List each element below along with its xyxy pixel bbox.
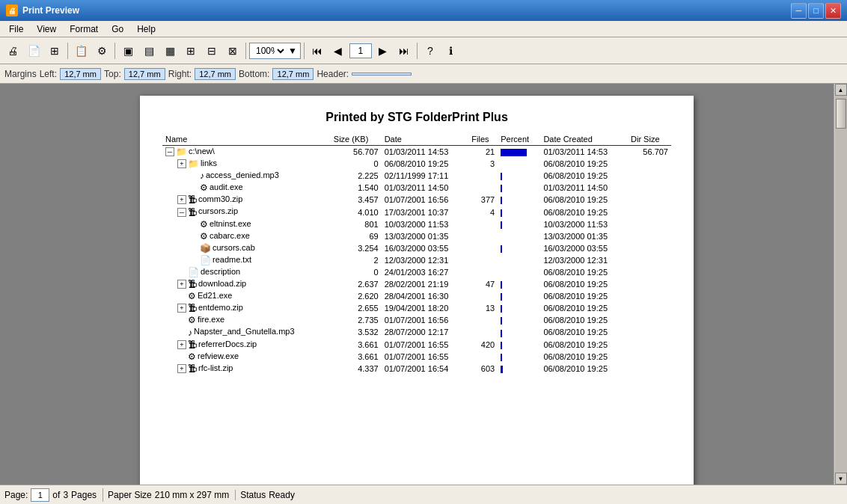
file-icon: ⚙ [188, 315, 196, 325]
vertical-scrollbar[interactable]: ▲ ▼ [834, 84, 847, 485]
table-row: ⚙refview.exe3.66101/07/2001 16:5506/08/2… [162, 351, 671, 363]
file-name: cursors.cab [212, 243, 255, 252]
scroll-down-button[interactable]: ▼ [835, 473, 847, 485]
files-cell: 21 [468, 146, 498, 159]
total-pages: 3 [63, 490, 68, 500]
quick-print-button[interactable]: 📄 [24, 41, 43, 61]
view-4page[interactable]: ⊞ [181, 41, 201, 61]
status-label: Status [240, 490, 266, 500]
page-number-input[interactable] [349, 43, 372, 58]
header-value[interactable] [352, 73, 412, 76]
collapse-icon[interactable]: ─ [165, 147, 174, 156]
options-button[interactable]: ⚙ [92, 41, 111, 61]
dir-size-cell [628, 158, 671, 170]
percent-bar [501, 317, 502, 325]
copy-button[interactable]: 📋 [71, 41, 91, 61]
help-button[interactable]: ? [421, 41, 440, 61]
minimize-button[interactable]: ─ [791, 3, 807, 19]
expand-icon[interactable]: + [177, 195, 186, 204]
paper-size-section: Paper Size 210 mm x 297 mm [108, 490, 236, 500]
table-row: +🗜comm30.zip3.45701/07/2001 16:5637706/0… [162, 194, 671, 206]
menu-view[interactable]: View [31, 22, 62, 36]
dir-size-cell [628, 170, 671, 182]
left-value[interactable]: 12,7 mm [60, 68, 101, 80]
date-created-cell: 06/08/2010 19:25 [540, 290, 628, 302]
percent-cell [498, 182, 540, 194]
scroll-track[interactable] [835, 96, 847, 473]
menu-format[interactable]: Format [64, 22, 104, 36]
percent-cell [498, 314, 540, 326]
percent-cell [498, 170, 540, 182]
table-row: +🗜entdemo.zip2.65519/04/2001 18:201306/0… [162, 302, 671, 314]
view-1page[interactable]: ▣ [118, 41, 138, 61]
statusbar: Page: of 3 Pages Paper Size 210 mm x 297… [0, 485, 847, 504]
files-cell: 377 [468, 194, 498, 206]
close-button[interactable]: ✕ [825, 3, 841, 19]
about-button[interactable]: ℹ [441, 41, 461, 61]
scroll-up-button[interactable]: ▲ [835, 84, 847, 96]
percent-cell [498, 242, 540, 254]
percent-cell [498, 146, 540, 159]
page-setup-button[interactable]: ⊞ [45, 41, 64, 61]
date-cell: 28/07/2000 12:17 [382, 326, 469, 338]
percent-cell [498, 290, 540, 302]
percent-cell [498, 254, 540, 266]
print-button[interactable]: 🖨 [3, 41, 22, 61]
date-cell: 01/03/2011 14:50 [382, 182, 469, 194]
file-icon: ♪ [200, 170, 204, 181]
expand-icon[interactable]: + [177, 159, 186, 168]
file-name-cell: ⚙eltninst.exe [162, 218, 331, 230]
files-cell [468, 254, 498, 266]
table-row: ♪access_denied.mp32.22502/11/1999 17:110… [162, 170, 671, 182]
files-cell [468, 182, 498, 194]
menu-help[interactable]: Help [131, 22, 162, 36]
percent-bar [501, 342, 502, 349]
first-page-button[interactable]: ⏮ [308, 41, 327, 61]
table-row: ─🗜cursors.zip4.01017/03/2001 10:37406/08… [162, 206, 671, 218]
last-page-button[interactable]: ⏭ [394, 41, 414, 61]
files-cell: 603 [468, 363, 498, 375]
zoom-select[interactable]: 100% 75% 50% 150% [253, 45, 287, 57]
percent-bar [501, 197, 502, 204]
view-2page[interactable]: ▤ [139, 41, 159, 61]
dir-size-cell [628, 182, 671, 194]
expand-icon[interactable]: + [177, 340, 186, 349]
percent-cell [498, 218, 540, 230]
top-value[interactable]: 12,7 mm [124, 68, 165, 80]
date-cell: 17/03/2001 10:37 [382, 206, 469, 218]
expand-icon[interactable]: + [177, 280, 186, 289]
toolbar-sep-5 [417, 43, 418, 59]
date-cell: 01/07/2001 16:56 [382, 314, 469, 326]
right-value[interactable]: 12,7 mm [195, 68, 236, 80]
next-page-button[interactable]: ▶ [373, 41, 393, 61]
view-3page[interactable]: ▦ [160, 41, 180, 61]
table-row: +🗜download.zip2.63728/02/2001 21:194706/… [162, 278, 671, 290]
current-page-input[interactable] [31, 488, 49, 502]
file-icon: 📄 [188, 267, 199, 277]
view-full[interactable]: ⊠ [223, 41, 242, 61]
toolbar-sep-4 [304, 43, 305, 59]
percent-bar [501, 245, 502, 253]
expand-icon[interactable]: + [177, 364, 186, 373]
of-label: of [52, 490, 60, 500]
maximize-button[interactable]: □ [808, 3, 824, 19]
file-name: Napster_and_Gnutella.mp3 [194, 327, 295, 336]
date-cell: 01/07/2001 16:55 [382, 351, 469, 363]
view-6page[interactable]: ⊟ [202, 41, 221, 61]
collapse-icon[interactable]: ─ [177, 208, 186, 217]
page-container[interactable]: Printed by STG FolderPrint Plus Name Siz… [0, 84, 834, 485]
menu-go[interactable]: Go [106, 22, 129, 36]
prev-page-button[interactable]: ◀ [328, 41, 348, 61]
date-cell: 06/08/2010 19:25 [382, 158, 469, 170]
size-cell: 3.254 [331, 242, 382, 254]
menu-file[interactable]: File [3, 22, 29, 36]
dir-size-cell: 56.707 [628, 146, 671, 159]
table-row: ⚙Ed21.exe2.62028/04/2001 16:3006/08/2010… [162, 290, 671, 302]
bottom-value[interactable]: 12,7 mm [272, 68, 314, 80]
expand-icon[interactable]: + [177, 304, 186, 313]
file-name-cell: +🗜comm30.zip [162, 194, 331, 206]
size-cell: 2.620 [331, 290, 382, 302]
date-cell: 28/02/2001 21:19 [382, 278, 469, 290]
scroll-thumb[interactable] [836, 99, 846, 129]
percent-bar [501, 149, 527, 156]
